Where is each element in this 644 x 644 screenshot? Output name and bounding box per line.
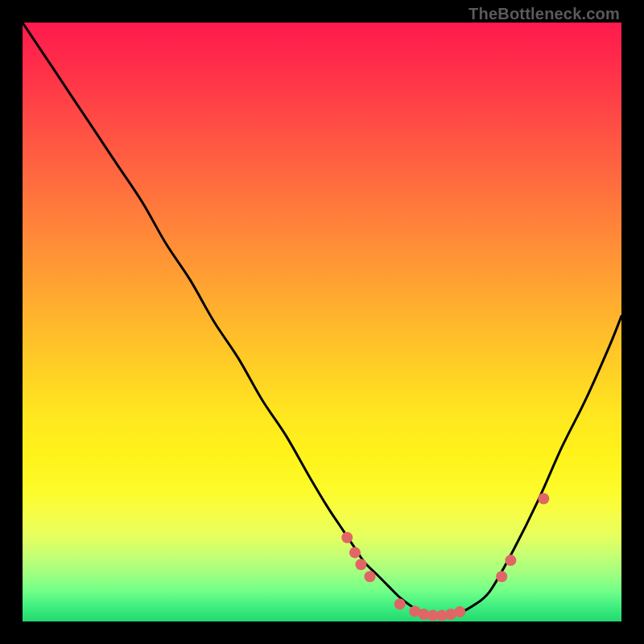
curve-marker	[454, 606, 465, 617]
watermark-text: TheBottleneck.com	[469, 5, 620, 23]
bottleneck-curve-svg	[23, 23, 621, 621]
bottleneck-curve-path	[23, 23, 621, 616]
curve-marker	[496, 571, 507, 582]
curve-marker	[538, 493, 549, 505]
curve-marker	[394, 598, 406, 609]
curve-marker	[341, 532, 353, 543]
chart-frame	[23, 23, 621, 621]
curve-markers-group	[341, 493, 549, 621]
curve-marker	[365, 571, 376, 582]
curve-marker	[505, 555, 516, 566]
curve-marker	[355, 559, 366, 570]
curve-marker	[349, 547, 361, 558]
